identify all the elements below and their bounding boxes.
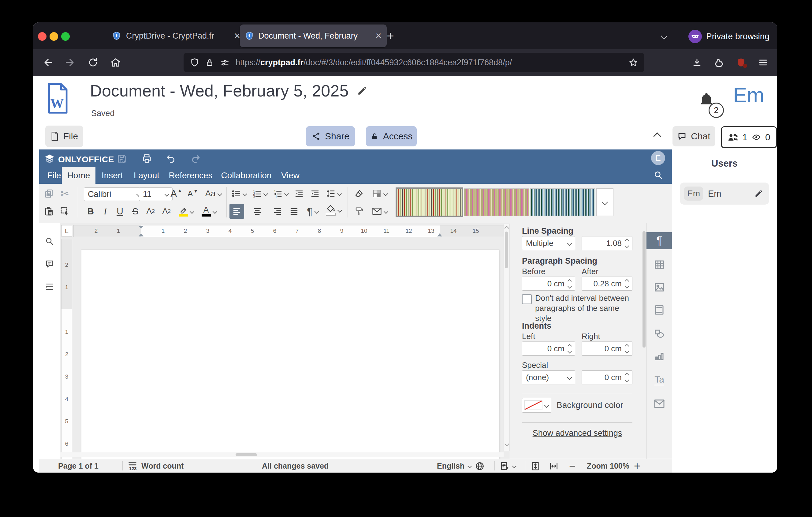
tab-stop-selector[interactable]: L bbox=[61, 225, 72, 237]
globe-icon[interactable] bbox=[475, 459, 485, 472]
font-size-select[interactable]: 11 bbox=[139, 187, 173, 201]
copy-style-roller-icon[interactable] bbox=[352, 205, 367, 218]
indent-left-spinner[interactable]: 0 cm bbox=[522, 342, 575, 356]
style-preview-normal[interactable] bbox=[396, 187, 463, 217]
paragraph-shading-icon[interactable] bbox=[324, 203, 343, 217]
navigation-outline-icon[interactable] bbox=[40, 279, 59, 294]
edit-user-pencil-icon[interactable] bbox=[754, 189, 763, 198]
fit-width-icon[interactable] bbox=[549, 459, 559, 472]
strikethrough-button[interactable]: S bbox=[128, 205, 142, 218]
highlight-color-button[interactable] bbox=[175, 205, 197, 218]
paste-icon[interactable] bbox=[42, 205, 56, 218]
superscript-button[interactable]: A2 bbox=[143, 205, 158, 218]
special-select[interactable]: (none) bbox=[522, 370, 575, 384]
horizontal-scrollbar[interactable] bbox=[60, 452, 503, 457]
align-center-button[interactable] bbox=[250, 205, 264, 218]
participants-pill[interactable]: 1 0 bbox=[721, 126, 777, 148]
mail-merge-envelope-icon[interactable] bbox=[369, 205, 390, 218]
zoom-in-button[interactable]: + bbox=[634, 459, 640, 472]
header-footer-settings-icon[interactable] bbox=[646, 301, 672, 319]
document-title[interactable]: Document - Wed, February 5, 2025 bbox=[90, 81, 348, 100]
decrease-font-icon[interactable]: A▼ bbox=[185, 187, 200, 200]
shading-swatch-icon[interactable] bbox=[369, 187, 390, 200]
style-preview-2[interactable] bbox=[464, 188, 529, 216]
back-button[interactable] bbox=[41, 56, 55, 69]
vertical-scrollbar[interactable] bbox=[503, 224, 510, 451]
shape-settings-icon[interactable] bbox=[646, 325, 672, 343]
clear-style-eraser-icon[interactable] bbox=[352, 187, 367, 200]
numbered-list-icon[interactable]: 123 bbox=[250, 187, 269, 200]
redo-icon[interactable] bbox=[189, 153, 203, 165]
tab-document-active[interactable]: Document - Wed, February 5, 2 ✕ bbox=[240, 25, 387, 47]
comments-icon[interactable] bbox=[40, 256, 59, 272]
special-amount-spinner[interactable]: 0 cm bbox=[582, 370, 632, 384]
style-preview-3[interactable] bbox=[530, 188, 595, 216]
image-settings-icon[interactable] bbox=[646, 279, 672, 296]
tracking-protection-shield-icon[interactable] bbox=[190, 58, 200, 67]
extensions-puzzle-icon[interactable] bbox=[712, 56, 726, 69]
styles-gallery-expand-chevron[interactable] bbox=[596, 188, 613, 216]
table-settings-icon[interactable] bbox=[646, 256, 672, 273]
font-color-button[interactable]: A bbox=[198, 205, 220, 218]
lock-icon[interactable] bbox=[205, 58, 214, 67]
print-icon[interactable] bbox=[140, 153, 153, 165]
menu-home[interactable]: Home bbox=[62, 167, 95, 184]
close-tab-icon[interactable]: ✕ bbox=[375, 31, 382, 41]
chart-settings-icon[interactable] bbox=[646, 348, 672, 365]
no-interval-checkbox[interactable] bbox=[522, 294, 532, 304]
line-spacing-value-spinner[interactable]: 1.08 bbox=[582, 236, 632, 250]
nonprinting-chars-icon[interactable]: ¶ bbox=[303, 205, 322, 218]
align-right-button[interactable] bbox=[270, 205, 285, 218]
search-icon[interactable] bbox=[654, 170, 663, 180]
menu-insert[interactable]: Insert bbox=[99, 167, 125, 184]
menu-collaboration[interactable]: Collaboration bbox=[220, 167, 273, 184]
zoom-out-button[interactable]: − bbox=[569, 459, 576, 472]
underline-button[interactable]: U bbox=[113, 205, 127, 218]
increase-font-icon[interactable]: A▲ bbox=[169, 187, 183, 200]
panel-scrollbar-thumb[interactable] bbox=[642, 231, 645, 348]
indent-right-spinner[interactable]: 0 cm bbox=[582, 342, 632, 356]
spacing-before-spinner[interactable]: 0 cm bbox=[522, 277, 575, 291]
decrease-indent-icon[interactable] bbox=[292, 187, 306, 200]
bold-button[interactable]: B bbox=[84, 205, 97, 218]
downloads-icon[interactable] bbox=[690, 56, 704, 69]
page-count-label[interactable]: Page 1 of 1 bbox=[58, 459, 98, 472]
permissions-icon[interactable] bbox=[220, 58, 230, 67]
font-name-select[interactable]: Calibri bbox=[84, 187, 144, 201]
file-menu-button[interactable]: File bbox=[45, 126, 83, 147]
url-bar[interactable]: https://cryptpad.fr/doc/#/3/doc/edit/ff0… bbox=[183, 53, 644, 72]
ublock-shield-icon[interactable] bbox=[734, 56, 748, 69]
change-case-icon[interactable]: Aa bbox=[202, 187, 225, 200]
close-tab-icon[interactable]: ✕ bbox=[234, 31, 240, 41]
right-indent-marker[interactable] bbox=[437, 234, 442, 237]
chat-button[interactable]: Chat bbox=[672, 126, 715, 146]
tab-cryptdrive[interactable]: CryptDrive - CryptPad.fr ✕ bbox=[107, 25, 246, 47]
undo-icon[interactable] bbox=[164, 153, 177, 165]
no-interval-checkbox-label[interactable]: Don't add interval between paragraphs of… bbox=[535, 293, 630, 323]
user-display-name[interactable]: Em bbox=[733, 83, 764, 107]
copy-icon[interactable] bbox=[42, 187, 56, 200]
show-advanced-settings-link[interactable]: Show advanced settings bbox=[510, 429, 645, 438]
textart-settings-icon[interactable]: Ta bbox=[646, 371, 672, 388]
minimize-window-button[interactable] bbox=[50, 32, 58, 41]
maximize-window-button[interactable] bbox=[61, 32, 70, 41]
line-spacing-icon[interactable] bbox=[324, 187, 343, 200]
user-list-item[interactable]: Em Em bbox=[680, 183, 769, 205]
notification-count-badge[interactable]: 2 bbox=[708, 103, 724, 118]
menu-hamburger-icon[interactable] bbox=[756, 56, 770, 69]
horizontal-ruler[interactable]: 21123456789101112131415 bbox=[74, 225, 507, 237]
document-page[interactable] bbox=[81, 250, 499, 459]
find-search-icon[interactable] bbox=[40, 234, 59, 249]
zoom-level-label[interactable]: Zoom 100% bbox=[587, 459, 629, 472]
menu-references[interactable]: References bbox=[169, 167, 212, 184]
mail-merge-settings-icon[interactable] bbox=[646, 395, 672, 412]
cut-scissors-icon[interactable]: ✂ bbox=[58, 187, 71, 200]
fit-page-icon[interactable] bbox=[530, 459, 540, 472]
spacing-after-spinner[interactable]: 0.28 cm bbox=[582, 277, 632, 291]
tab-list-chevron-icon[interactable] bbox=[657, 30, 671, 42]
horizontal-scrollbar-thumb[interactable] bbox=[236, 453, 257, 456]
italic-button[interactable]: I bbox=[99, 205, 111, 218]
forward-button[interactable] bbox=[64, 56, 77, 69]
bullet-list-icon[interactable] bbox=[229, 187, 249, 200]
new-tab-button[interactable]: + bbox=[384, 29, 397, 43]
